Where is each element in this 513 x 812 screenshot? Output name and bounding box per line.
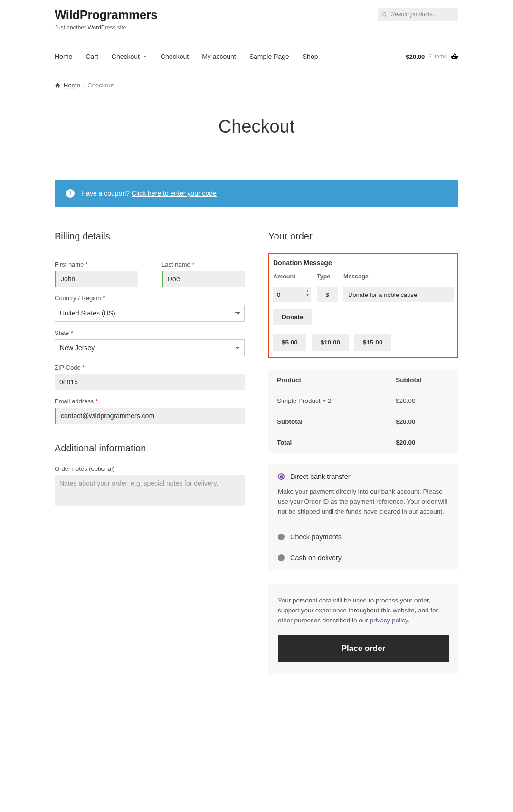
- payment-cheque[interactable]: Check payments: [268, 526, 458, 547]
- cart-count: 2 items: [428, 53, 447, 60]
- country-select[interactable]: United States (US): [55, 305, 245, 322]
- order-notes-label: Order notes (optional): [55, 465, 245, 472]
- last-name-input[interactable]: [162, 271, 245, 287]
- breadcrumb-home[interactable]: Home: [64, 82, 80, 89]
- nav-cart-summary[interactable]: $20.00 2 items: [406, 53, 458, 60]
- payment-bacs[interactable]: Direct bank transfer: [268, 466, 458, 487]
- search-icon: [382, 12, 388, 18]
- order-total-value: $20.00: [387, 432, 458, 453]
- last-name-label: Last name *: [162, 261, 245, 268]
- payment-methods: Direct bank transfer Make your payment d…: [268, 464, 458, 570]
- order-subtotal-value: $20.00: [387, 411, 458, 432]
- order-table-subtotal-header: Subtotal: [387, 370, 458, 391]
- radio-icon: [278, 473, 285, 480]
- donation-message-header: Message: [343, 273, 454, 280]
- nav-home[interactable]: Home: [55, 45, 79, 68]
- order-table-product-header: Product: [268, 370, 387, 391]
- radio-icon: [278, 534, 285, 540]
- donation-preset-5[interactable]: $5.00: [273, 334, 306, 351]
- country-label: Country / Region *: [55, 295, 245, 302]
- billing-heading: Billing details: [55, 231, 245, 242]
- donation-message-input[interactable]: [343, 287, 454, 302]
- amount-spinner[interactable]: ▲▼: [306, 289, 309, 297]
- coupon-link[interactable]: Click here to enter your code: [132, 190, 217, 197]
- donation-type: $: [317, 287, 338, 302]
- state-select[interactable]: New Jersey: [55, 339, 245, 356]
- nav-shop[interactable]: Shop: [296, 45, 325, 68]
- page-title: Checkout: [55, 116, 458, 137]
- donation-type-header: Type: [317, 273, 338, 280]
- order-product-name: Simple Product × 2: [268, 391, 387, 411]
- info-icon: !: [66, 189, 75, 198]
- order-total-label: Total: [268, 432, 387, 453]
- email-label: Email address *: [55, 398, 245, 405]
- search-wrap: [378, 8, 458, 21]
- privacy-box: Your personal data will be used to proce…: [268, 584, 458, 674]
- donation-preset-15[interactable]: $15.00: [354, 334, 391, 351]
- basket-icon: [451, 53, 458, 60]
- order-notes-input[interactable]: [55, 475, 245, 506]
- donation-preset-10[interactable]: $10.00: [312, 334, 349, 351]
- privacy-policy-link[interactable]: privacy policy: [370, 617, 408, 624]
- payment-cod-label: Cash on delivery: [290, 554, 342, 562]
- donation-amount-header: Amount: [273, 273, 311, 280]
- home-icon: [55, 82, 61, 88]
- chevron-down-icon: [142, 54, 147, 59]
- email-input[interactable]: [55, 408, 245, 424]
- order-product-value: $20.00: [387, 391, 458, 411]
- breadcrumb-current: Checkout: [87, 82, 114, 89]
- site-title[interactable]: WildProgrammers: [55, 8, 157, 22]
- additional-heading: Additional information: [55, 443, 245, 454]
- nav-my-account[interactable]: My account: [195, 45, 243, 68]
- donation-box: Donation Message Amount Type Message ▲▼ …: [268, 253, 458, 358]
- zip-label: ZIP Code *: [55, 364, 245, 371]
- coupon-banner: ! Have a coupon? Click here to enter you…: [55, 180, 458, 207]
- first-name-label: First name *: [55, 261, 138, 268]
- first-name-input[interactable]: [55, 271, 138, 287]
- donation-amount-input[interactable]: [273, 287, 311, 302]
- payment-bacs-label: Direct bank transfer: [290, 473, 351, 480]
- zip-input[interactable]: [55, 374, 245, 390]
- cart-total: $20.00: [406, 53, 425, 60]
- search-input[interactable]: [378, 8, 458, 21]
- site-tagline: Just another WordPress site: [55, 24, 157, 31]
- radio-icon: [278, 554, 285, 561]
- your-order-heading: Your order: [268, 231, 458, 242]
- donation-title: Donation Message: [273, 259, 454, 267]
- privacy-text: Your personal data will be used to proce…: [278, 597, 438, 624]
- coupon-prefix: Have a coupon?: [81, 190, 132, 197]
- nav-cart[interactable]: Cart: [79, 45, 104, 68]
- breadcrumb-sep: ›: [83, 83, 85, 88]
- nav-checkout-dropdown[interactable]: Checkout: [105, 45, 154, 68]
- nav-sample-page[interactable]: Sample Page: [243, 45, 296, 68]
- primary-nav: Home Cart Checkout Checkout My account S…: [55, 45, 458, 68]
- donate-button[interactable]: Donate: [273, 309, 312, 325]
- order-table: Product Subtotal Simple Product × 2 $20.…: [268, 370, 458, 453]
- payment-bacs-desc: Make your payment directly into our bank…: [268, 487, 458, 526]
- nav-checkout[interactable]: Checkout: [154, 45, 195, 68]
- payment-cod[interactable]: Cash on delivery: [268, 547, 458, 568]
- place-order-button[interactable]: Place order: [278, 635, 449, 662]
- state-label: State *: [55, 329, 245, 336]
- order-subtotal-label: Subtotal: [268, 411, 387, 432]
- breadcrumb: Home › Checkout: [55, 68, 458, 102]
- payment-cheque-label: Check payments: [290, 533, 342, 541]
